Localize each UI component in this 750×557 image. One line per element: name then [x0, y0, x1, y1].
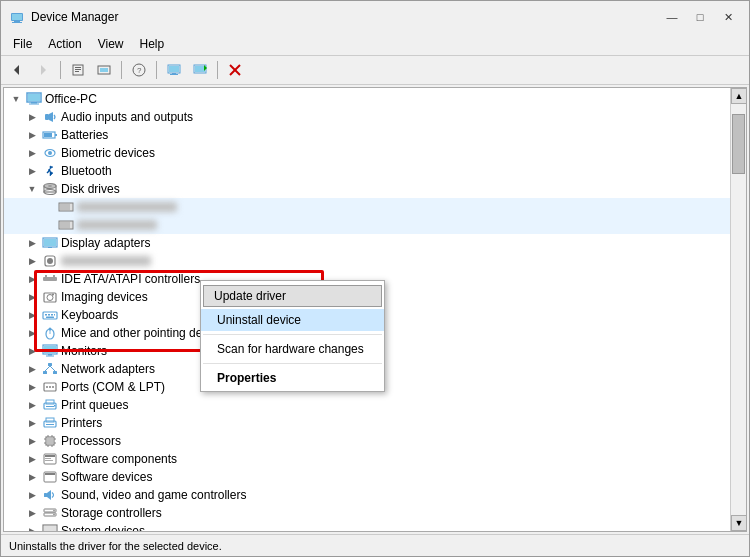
scrollbar-down-button[interactable]: ▼: [731, 515, 747, 531]
expand-monitors[interactable]: ▶: [24, 343, 40, 359]
uninstall-button[interactable]: [223, 59, 247, 81]
properties-button[interactable]: [66, 59, 90, 81]
tree-item-sound[interactable]: ▶ Sound, video and game controllers: [4, 486, 730, 504]
svg-rect-66: [46, 356, 54, 357]
computer-button[interactable]: [162, 59, 186, 81]
maximize-button[interactable]: □: [687, 7, 713, 27]
menu-view[interactable]: View: [90, 35, 132, 53]
svg-point-75: [52, 386, 54, 388]
svg-rect-56: [48, 314, 50, 316]
expand-bluetooth[interactable]: ▶: [24, 163, 40, 179]
context-update-driver[interactable]: Update driver: [203, 285, 382, 307]
biometric-icon: [42, 145, 58, 161]
scrollbar-track[interactable]: [731, 104, 746, 515]
svg-rect-79: [54, 405, 56, 407]
context-properties[interactable]: Properties: [201, 367, 384, 389]
svg-rect-30: [55, 134, 57, 136]
device-tree[interactable]: ▼ Office-PC ▶: [4, 88, 730, 531]
imaging-icon: [42, 289, 58, 305]
expand-processors[interactable]: ▶: [24, 433, 40, 449]
separator-4: [217, 61, 218, 79]
tree-item-batteries[interactable]: ▶ Batteries: [4, 126, 730, 144]
tree-item-display[interactable]: ▶ Display adapters: [4, 234, 730, 252]
menu-action[interactable]: Action: [40, 35, 89, 53]
menu-file[interactable]: File: [5, 35, 40, 53]
resources-button[interactable]: [92, 59, 116, 81]
tree-item-software-components[interactable]: ▶ Software components: [4, 450, 730, 468]
expand-sound[interactable]: ▶: [24, 487, 40, 503]
system-label: System devices: [61, 524, 145, 531]
tree-item-biometric[interactable]: ▶ Biometric devices: [4, 144, 730, 162]
context-uninstall-device[interactable]: Uninstall device: [201, 309, 384, 331]
expand-printers[interactable]: ▶: [24, 415, 40, 431]
tree-item-bluetooth[interactable]: ▶ Bluetooth: [4, 162, 730, 180]
scrollbar-up-button[interactable]: ▲: [731, 88, 747, 104]
expand-keyboards[interactable]: ▶: [24, 307, 40, 323]
hid-icon: [42, 253, 58, 269]
menu-help[interactable]: Help: [132, 35, 173, 53]
svg-point-53: [52, 294, 54, 296]
tree-item-system[interactable]: ▶ System devices: [4, 522, 730, 531]
ssd2-label: [77, 220, 157, 230]
expand-audio[interactable]: ▶: [24, 109, 40, 125]
svg-point-74: [49, 386, 51, 388]
svg-point-73: [46, 386, 48, 388]
printq-label: Print queues: [61, 398, 128, 412]
expand-mice[interactable]: ▶: [24, 325, 40, 341]
forward-button[interactable]: [31, 59, 55, 81]
update-button[interactable]: [188, 59, 212, 81]
ssd2-icon: [58, 217, 74, 233]
processors-label: Processors: [61, 434, 121, 448]
tree-item-printers[interactable]: ▶ Printers: [4, 414, 730, 432]
tree-item-printq[interactable]: ▶ Print queues: [4, 396, 730, 414]
expand-printq[interactable]: ▶: [24, 397, 40, 413]
expand-storage[interactable]: ▶: [24, 505, 40, 521]
svg-rect-24: [28, 94, 40, 101]
expand-display[interactable]: ▶: [24, 235, 40, 251]
tree-item-root[interactable]: ▼ Office-PC: [4, 90, 730, 108]
network-icon: [42, 361, 58, 377]
expand-imaging[interactable]: ▶: [24, 289, 40, 305]
svg-rect-19: [195, 66, 205, 72]
window-icon: [9, 9, 25, 25]
svg-rect-78: [46, 406, 54, 407]
expand-ide[interactable]: ▶: [24, 271, 40, 287]
scrollbar[interactable]: ▲ ▼: [730, 88, 746, 531]
expand-network[interactable]: ▶: [24, 361, 40, 377]
back-button[interactable]: [5, 59, 29, 81]
close-button[interactable]: ✕: [715, 7, 741, 27]
scrollbar-thumb[interactable]: [732, 114, 745, 174]
tree-item-audio[interactable]: ▶ Audio inputs and outputs: [4, 108, 730, 126]
expand-root[interactable]: ▼: [8, 91, 24, 107]
expand-softdev[interactable]: ▶: [24, 469, 40, 485]
monitors-icon: [42, 343, 58, 359]
svg-rect-45: [48, 247, 52, 248]
tree-item-software-devices[interactable]: ▶ Software devices: [4, 468, 730, 486]
bluetooth-label: Bluetooth: [61, 164, 112, 178]
svg-rect-3: [12, 14, 22, 20]
expand-biometric[interactable]: ▶: [24, 145, 40, 161]
expand-disk[interactable]: ▼: [24, 181, 40, 197]
expand-hid[interactable]: ▶: [24, 253, 40, 269]
tree-item-storage[interactable]: ▶ Storage controllers: [4, 504, 730, 522]
context-scan-hardware[interactable]: Scan for hardware changes: [201, 338, 384, 360]
monitors-label: Monitors: [61, 344, 107, 358]
svg-marker-28: [49, 112, 53, 122]
tree-item-ssd2[interactable]: ▶: [4, 216, 730, 234]
expand-ports[interactable]: ▶: [24, 379, 40, 395]
svg-line-71: [50, 366, 55, 371]
minimize-button[interactable]: —: [659, 7, 685, 27]
help-button[interactable]: ?: [127, 59, 151, 81]
svg-rect-55: [45, 314, 47, 316]
tree-item-processors[interactable]: ▶ Processors: [4, 432, 730, 450]
tree-item-hid[interactable]: ▶: [4, 252, 730, 270]
expand-softcomp[interactable]: ▶: [24, 451, 40, 467]
context-menu: Update driver Uninstall device Scan for …: [200, 280, 385, 392]
expand-batteries[interactable]: ▶: [24, 127, 40, 143]
tree-item-ssd1[interactable]: ▶: [4, 198, 730, 216]
svg-rect-95: [45, 458, 51, 459]
expand-system[interactable]: ▶: [24, 523, 40, 531]
imaging-label: Imaging devices: [61, 290, 148, 304]
tree-item-disk-drives[interactable]: ▼ Disk drives: [4, 180, 730, 198]
svg-rect-17: [170, 74, 178, 75]
